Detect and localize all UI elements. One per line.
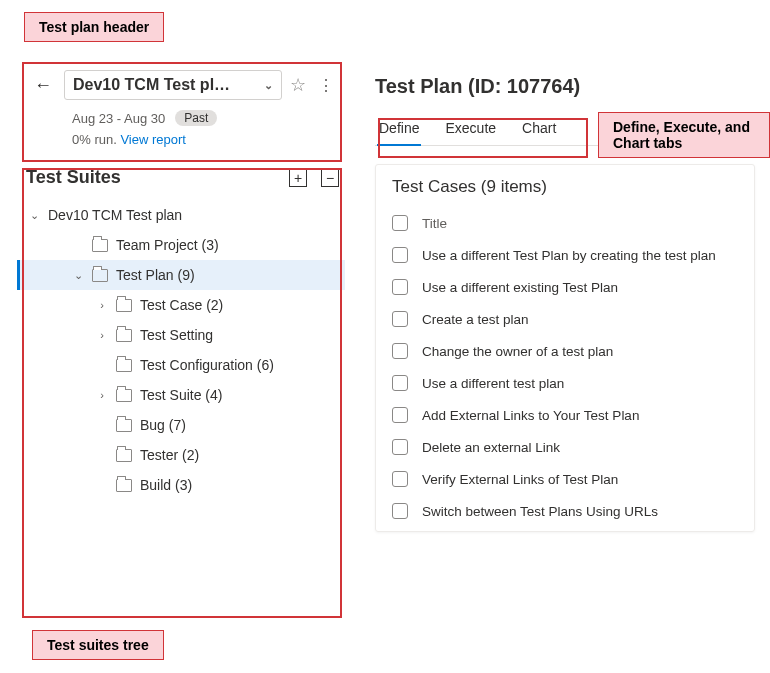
favorite-star-icon[interactable]: ☆: [288, 74, 308, 96]
tree-item[interactable]: ⌄Test Plan (9): [17, 260, 345, 290]
tree-item[interactable]: ›Test Setting: [20, 320, 345, 350]
back-arrow-icon[interactable]: ←: [28, 71, 58, 100]
row-checkbox[interactable]: [392, 407, 408, 423]
row-checkbox[interactable]: [392, 343, 408, 359]
tree-item-label: Test Configuration (6): [140, 357, 274, 373]
test-cases-heading: Test Cases (9 items): [376, 177, 754, 207]
folder-icon: [92, 239, 108, 252]
table-row[interactable]: Use a different Test Plan by creating th…: [376, 239, 754, 271]
table-row[interactable]: Add External Links to Your Test Plan: [376, 399, 754, 431]
row-checkbox[interactable]: [392, 311, 408, 327]
case-title: Change the owner of a test plan: [422, 344, 613, 359]
tree-item-label: Tester (2): [140, 447, 199, 463]
select-all-checkbox[interactable]: [392, 215, 408, 231]
tree-root[interactable]: ⌄ Dev10 TCM Test plan: [20, 200, 345, 230]
case-title: Delete an external Link: [422, 440, 560, 455]
folder-icon: [116, 479, 132, 492]
tree-item-label: Test Case (2): [140, 297, 223, 313]
column-header-title: Title: [422, 216, 447, 231]
table-row[interactable]: Use a different existing Test Plan: [376, 271, 754, 303]
folder-icon: [116, 329, 132, 342]
chevron-right-icon: ›: [96, 329, 108, 341]
case-title: Verify External Links of Test Plan: [422, 472, 618, 487]
row-checkbox[interactable]: [392, 471, 408, 487]
tab-chart[interactable]: Chart: [520, 112, 558, 145]
expand-all-button[interactable]: +: [289, 169, 307, 187]
row-checkbox[interactable]: [392, 375, 408, 391]
folder-icon: [116, 359, 132, 372]
chevron-right-icon: ›: [96, 299, 108, 311]
table-row[interactable]: Change the owner of a test plan: [376, 335, 754, 367]
case-title: Use a different existing Test Plan: [422, 280, 618, 295]
case-title: Use a different Test Plan by creating th…: [422, 248, 716, 263]
tree-item-label: Build (3): [140, 477, 192, 493]
callout-header: Test plan header: [24, 12, 164, 42]
callout-tabs: Define, Execute, and Chart tabs: [598, 112, 770, 158]
tree-item[interactable]: ›Test Case (2): [20, 290, 345, 320]
chevron-right-icon: ›: [96, 389, 108, 401]
run-percent: 0% run.: [72, 132, 117, 147]
row-checkbox[interactable]: [392, 439, 408, 455]
status-badge: Past: [175, 110, 217, 126]
case-title: Create a test plan: [422, 312, 529, 327]
tree-item-label: Test Suite (4): [140, 387, 222, 403]
case-title: Switch between Test Plans Using URLs: [422, 504, 658, 519]
test-suites-tree: ⌄ Dev10 TCM Test plan Team Project (3)⌄T…: [20, 200, 345, 500]
callout-tree: Test suites tree: [32, 630, 164, 660]
test-plan-header: ← Dev10 TCM Test pl… ⌄ ☆ ⋮ Aug 23 - Aug …: [20, 60, 345, 157]
tree-item-label: Test Setting: [140, 327, 213, 343]
tree-item-label: Team Project (3): [116, 237, 219, 253]
table-row[interactable]: Create a test plan: [376, 303, 754, 335]
case-title: Use a different test plan: [422, 376, 564, 391]
chevron-down-icon: ⌄: [264, 79, 273, 92]
more-options-icon[interactable]: ⋮: [314, 76, 337, 95]
view-report-link[interactable]: View report: [120, 132, 186, 147]
tree-item-label: Test Plan (9): [116, 267, 195, 283]
test-suites-heading: Test Suites: [26, 167, 121, 188]
folder-icon: [116, 299, 132, 312]
table-row[interactable]: Use a different test plan: [376, 367, 754, 399]
tree-item[interactable]: Build (3): [20, 470, 345, 500]
folder-icon: [116, 389, 132, 402]
tree-item[interactable]: Test Configuration (6): [20, 350, 345, 380]
tree-item[interactable]: Bug (7): [20, 410, 345, 440]
plan-date-range: Aug 23 - Aug 30: [72, 111, 165, 126]
folder-icon: [116, 419, 132, 432]
tab-define[interactable]: Define: [377, 112, 421, 146]
chevron-down-icon: ⌄: [72, 269, 84, 282]
case-title: Add External Links to Your Test Plan: [422, 408, 639, 423]
tree-item[interactable]: Team Project (3): [20, 230, 345, 260]
tab-execute[interactable]: Execute: [443, 112, 498, 145]
table-header-row: Title: [376, 207, 754, 239]
chevron-down-icon: ⌄: [28, 209, 40, 222]
plan-title-dropdown[interactable]: Dev10 TCM Test pl… ⌄: [64, 70, 282, 100]
tree-item[interactable]: ›Test Suite (4): [20, 380, 345, 410]
row-checkbox[interactable]: [392, 279, 408, 295]
tree-root-label: Dev10 TCM Test plan: [48, 207, 182, 223]
plan-title-text: Dev10 TCM Test pl…: [73, 76, 230, 94]
tree-item-label: Bug (7): [140, 417, 186, 433]
table-row[interactable]: Delete an external Link: [376, 431, 754, 463]
table-row[interactable]: Verify External Links of Test Plan: [376, 463, 754, 495]
folder-icon: [116, 449, 132, 462]
table-row[interactable]: Switch between Test Plans Using URLs: [376, 495, 754, 527]
collapse-all-button[interactable]: −: [321, 169, 339, 187]
folder-icon: [92, 269, 108, 282]
test-cases-card: Test Cases (9 items) Title Use a differe…: [375, 164, 755, 532]
page-title: Test Plan (ID: 107764): [375, 75, 755, 98]
row-checkbox[interactable]: [392, 247, 408, 263]
tree-item[interactable]: Tester (2): [20, 440, 345, 470]
row-checkbox[interactable]: [392, 503, 408, 519]
